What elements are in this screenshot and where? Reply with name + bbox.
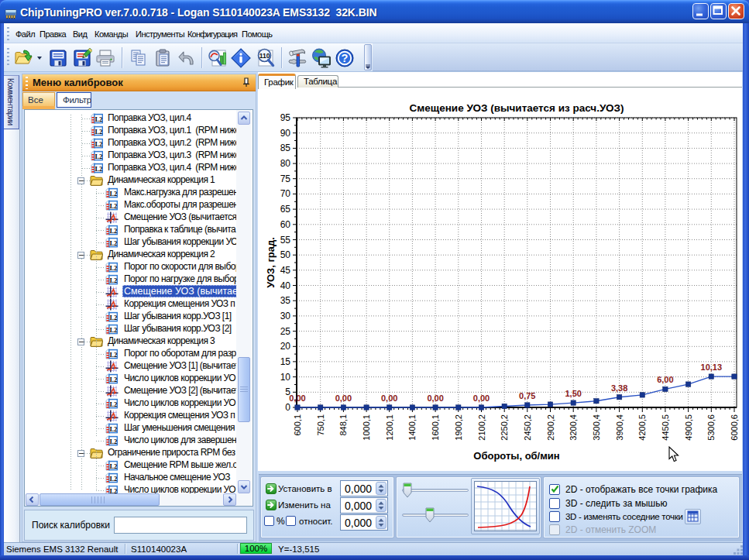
svg-text:3900,4: 3900,4 xyxy=(615,414,624,441)
svg-text:I.2: I.2 xyxy=(109,202,117,210)
svg-text:600,1: 600,1 xyxy=(293,414,302,436)
svg-text:110: 110 xyxy=(259,52,270,60)
svg-text:6,00: 6,00 xyxy=(657,375,673,384)
svg-text:75: 75 xyxy=(280,173,291,184)
svg-text:2900,2: 2900,2 xyxy=(546,414,555,441)
svg-text:0: 0 xyxy=(285,402,290,413)
svg-text:750,1: 750,1 xyxy=(316,414,325,436)
svg-text:65: 65 xyxy=(280,204,291,215)
svg-text:I.2: I.2 xyxy=(109,438,117,445)
svg-text:0,00: 0,00 xyxy=(427,393,443,403)
svg-text:УОЗ, град.: УОЗ, град. xyxy=(265,237,277,288)
svg-text:30: 30 xyxy=(280,311,291,321)
svg-text:0,00: 0,00 xyxy=(381,393,397,403)
svg-text:80: 80 xyxy=(280,158,291,169)
svg-text:848,1: 848,1 xyxy=(338,414,348,436)
svg-text:?: ? xyxy=(342,52,349,64)
svg-text:I.2: I.2 xyxy=(109,314,117,321)
svg-text:4900,5: 4900,5 xyxy=(684,414,693,441)
svg-text:95: 95 xyxy=(280,112,291,123)
svg-text:I.2: I.2 xyxy=(94,140,102,148)
svg-text:2250,2: 2250,2 xyxy=(500,414,509,441)
svg-text:3200,4: 3200,4 xyxy=(569,414,578,441)
svg-text:Смещение УОЗ (вычитается из ра: Смещение УОЗ (вычитается из расч.УОЗ) xyxy=(410,102,624,114)
svg-text:90: 90 xyxy=(280,128,291,139)
svg-text:60: 60 xyxy=(280,219,291,230)
svg-text:I.2: I.2 xyxy=(94,153,102,160)
svg-text:55: 55 xyxy=(280,235,291,246)
svg-text:6000,6: 6000,6 xyxy=(730,414,739,441)
svg-text:0,00: 0,00 xyxy=(335,393,352,403)
svg-text:15: 15 xyxy=(280,356,291,367)
svg-text:1200,1: 1200,1 xyxy=(385,414,394,441)
svg-text:40: 40 xyxy=(280,280,291,291)
svg-text:I.2: I.2 xyxy=(94,115,102,123)
svg-text:85: 85 xyxy=(280,143,291,153)
svg-text:70: 70 xyxy=(280,188,291,199)
svg-text:2450,2: 2450,2 xyxy=(523,414,532,441)
svg-text:1000,1: 1000,1 xyxy=(362,414,371,441)
svg-text:I.2: I.2 xyxy=(109,400,117,408)
svg-text:I.2: I.2 xyxy=(109,239,117,247)
svg-text:20: 20 xyxy=(280,341,291,352)
svg-text:10: 10 xyxy=(280,372,291,383)
svg-text:I.2: I.2 xyxy=(109,462,117,470)
svg-text:I.2: I.2 xyxy=(109,264,117,272)
svg-text:1900,2: 1900,2 xyxy=(454,414,463,441)
svg-text:50: 50 xyxy=(280,249,291,260)
svg-text:1600,1: 1600,1 xyxy=(431,414,440,441)
svg-text:I.2: I.2 xyxy=(109,227,117,235)
svg-text:2100,2: 2100,2 xyxy=(477,414,486,441)
svg-text:I.2: I.2 xyxy=(94,165,102,173)
svg-text:I.2: I.2 xyxy=(94,128,102,136)
svg-text:Обороты, об/мин: Обороты, об/мин xyxy=(473,450,559,462)
svg-text:3,38: 3,38 xyxy=(611,383,627,393)
svg-text:4200,5: 4200,5 xyxy=(637,414,647,441)
svg-text:I.2: I.2 xyxy=(109,351,117,359)
svg-text:I.2: I.2 xyxy=(109,376,117,383)
svg-text:25: 25 xyxy=(280,326,291,337)
svg-text:I.2: I.2 xyxy=(109,425,117,433)
svg-text:35: 35 xyxy=(280,295,291,306)
svg-text:I.2: I.2 xyxy=(109,475,117,483)
svg-text:0,00: 0,00 xyxy=(473,393,490,403)
svg-text:0,75: 0,75 xyxy=(519,391,535,400)
svg-text:5300,6: 5300,6 xyxy=(706,414,716,441)
svg-text:10,13: 10,13 xyxy=(701,362,723,372)
svg-text:I.2: I.2 xyxy=(109,190,117,198)
svg-text:1400,1: 1400,1 xyxy=(407,414,417,441)
svg-text:1,50: 1,50 xyxy=(565,389,581,398)
svg-text:3500,4: 3500,4 xyxy=(592,414,601,441)
svg-text:45: 45 xyxy=(280,265,291,276)
svg-text:4450,5: 4450,5 xyxy=(661,414,670,441)
svg-text:0,00: 0,00 xyxy=(289,393,305,403)
svg-text:I.2: I.2 xyxy=(109,326,117,334)
svg-text:I.2: I.2 xyxy=(109,277,117,284)
